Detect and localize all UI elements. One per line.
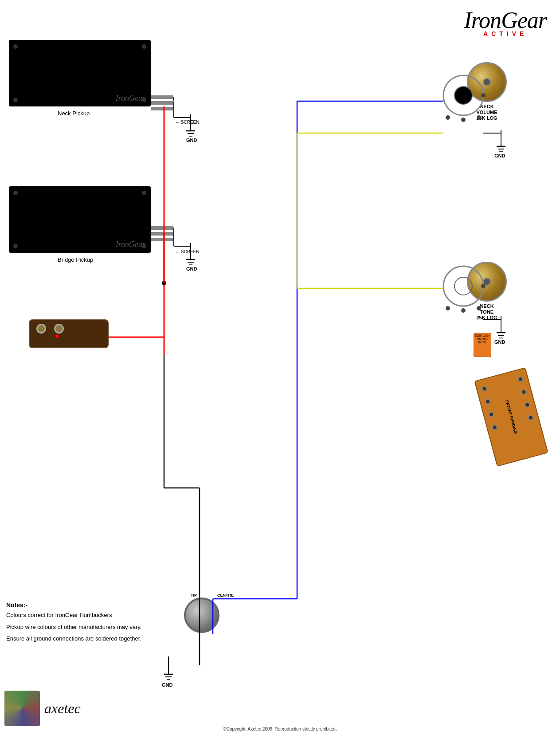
- tone-lug-2: [461, 308, 466, 313]
- notes-item-1: Colours correct for IronGear Humbuckers: [6, 611, 161, 619]
- neck-pickup-connector-top: [151, 95, 173, 99]
- gnd-tone-text: GND: [494, 339, 505, 345]
- notes-title: Notes:-: [6, 601, 161, 609]
- neck-tone-pot-circle: [443, 266, 483, 306]
- axetec-thumbnail: [4, 691, 40, 726]
- copyright-text: ©Copyright. Axetec 2009. Reproduction st…: [223, 727, 337, 731]
- axetec-logo-area: axetec: [4, 691, 81, 726]
- gnd-jack-text: GND: [162, 682, 173, 688]
- vol-lug-1: [446, 115, 450, 120]
- axetec-text: axetec: [44, 700, 81, 717]
- gnd-bridge-text: GND: [186, 266, 197, 271]
- neck-vol-pot-inner: [454, 86, 472, 104]
- neck-tone-pot-inner: [454, 277, 472, 295]
- neck-pickup-connector-bot: [151, 107, 173, 110]
- gnd-neck-text: GND: [186, 138, 197, 143]
- vol-lug-3: [477, 115, 481, 120]
- vol-lug-2: [461, 118, 466, 122]
- neck-pickup-connector-mid: [151, 101, 173, 105]
- tone-lug-1: [446, 306, 450, 311]
- tone-lug-3: [477, 306, 481, 311]
- notes-item-2: Pickup wire colours of other manufacture…: [6, 623, 161, 631]
- vol-lug-top: [481, 93, 486, 98]
- bridge-pickup-connector-top: [151, 226, 173, 230]
- bridge-pickup-connector-mid: [151, 232, 173, 236]
- notes-section: Notes:- Colours correct for IronGear Hum…: [6, 601, 161, 646]
- tone-lug-top: [481, 284, 486, 288]
- gnd-vol-text: GND: [494, 153, 505, 158]
- bridge-pickup-connector-bot: [151, 238, 173, 241]
- notes-item-3: Ensure all ground connections are solder…: [6, 635, 161, 643]
